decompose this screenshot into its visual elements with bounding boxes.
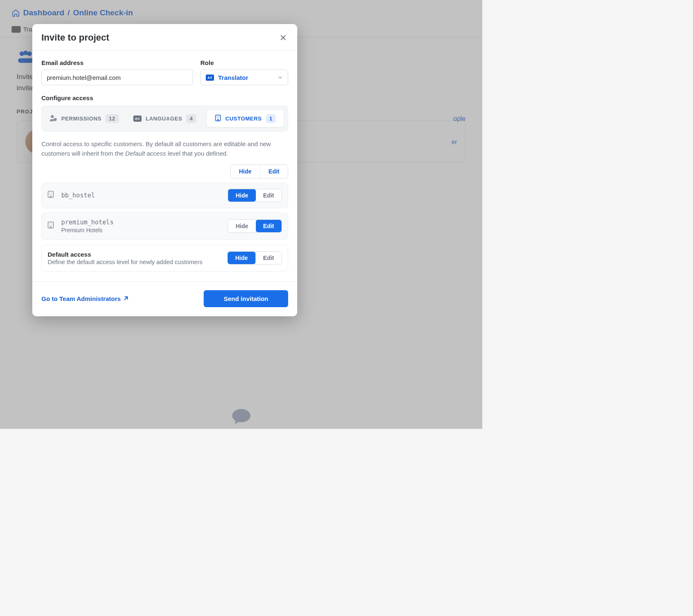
default-access-row: Default access Define the default access… (41, 245, 288, 272)
access-tabs: PERMISSIONS 12 AZ LANGUAGES 4 CUSTOMERS … (41, 106, 288, 132)
default-toggle: Hide Edit (227, 251, 282, 265)
bulk-toggle-row: Hide Edit (41, 164, 288, 178)
building-icon (215, 115, 221, 123)
customer-edit-button[interactable]: Edit (256, 220, 282, 232)
desc-em: Default access (125, 150, 166, 157)
modal-footer: Go to Team Administrators Send invitatio… (32, 282, 297, 316)
tab-customers[interactable]: CUSTOMERS 1 (207, 110, 284, 127)
default-hide-button[interactable]: Hide (228, 252, 255, 264)
close-icon (280, 34, 286, 41)
tab-customers-label: CUSTOMERS (225, 116, 262, 122)
external-link-icon (123, 295, 128, 302)
default-access-title: Default access (48, 251, 202, 258)
customer-name: Premium Hotels (61, 227, 113, 233)
tab-permissions-count: 12 (106, 114, 119, 123)
svg-rect-6 (48, 191, 53, 197)
chevron-down-icon (278, 74, 283, 81)
svg-point-4 (51, 115, 54, 118)
customer-code: bb_hostel (61, 192, 95, 199)
bulk-edit-button[interactable]: Edit (260, 165, 288, 178)
person-shield-icon (50, 115, 57, 123)
tab-permissions[interactable]: PERMISSIONS 12 (46, 110, 123, 127)
customer-row: bb_hostel Hide Edit (41, 183, 288, 208)
tab-permissions-label: PERMISSIONS (61, 116, 101, 122)
desc-suffix: level that you defined. (166, 150, 228, 157)
tab-customers-count: 1 (266, 114, 276, 123)
bulk-hide-button[interactable]: Hide (231, 165, 260, 178)
customer-code: premium_hotels (61, 219, 113, 226)
email-label: Email address (41, 59, 193, 66)
tab-languages[interactable]: AZ LANGUAGES 4 (127, 110, 203, 127)
building-icon (48, 191, 54, 200)
modal-title: Invite to project (41, 32, 109, 43)
send-invitation-button[interactable]: Send invitation (204, 290, 288, 307)
translate-icon: AZ (133, 116, 142, 122)
svg-rect-5 (216, 115, 221, 121)
team-admins-label: Go to Team Administrators (41, 295, 121, 302)
svg-rect-7 (48, 222, 53, 228)
role-value: Translator (218, 74, 248, 81)
customer-toggle: Hide Edit (228, 219, 282, 233)
default-edit-button[interactable]: Edit (255, 252, 282, 264)
customer-toggle: Hide Edit (228, 189, 282, 202)
modal-body: Email address Role AZ Translator Configu… (32, 51, 297, 272)
customer-hide-button[interactable]: Hide (228, 189, 255, 202)
close-button[interactable] (278, 33, 288, 43)
chat-bubble-icon[interactable] (231, 408, 251, 426)
configure-access-title: Configure access (41, 94, 288, 101)
role-select[interactable]: AZ Translator (200, 70, 288, 85)
invite-modal: Invite to project Email address Role AZ … (32, 24, 297, 316)
customer-edit-button[interactable]: Edit (256, 189, 282, 202)
customer-hide-button[interactable]: Hide (228, 220, 255, 232)
translate-icon: AZ (206, 75, 214, 81)
tab-languages-count: 4 (186, 114, 196, 123)
email-field[interactable] (41, 70, 193, 85)
bulk-toggle: Hide Edit (230, 164, 288, 178)
building-icon (48, 221, 54, 230)
tab-languages-label: LANGUAGES (146, 116, 182, 122)
customer-row: premium_hotels Premium Hotels Hide Edit (41, 212, 288, 240)
customers-description: Control access to specific customers. By… (41, 139, 288, 159)
default-access-subtitle: Define the default access level for newl… (48, 259, 202, 265)
modal-header: Invite to project (32, 24, 297, 51)
team-admins-link[interactable]: Go to Team Administrators (41, 295, 128, 302)
role-label: Role (200, 59, 288, 66)
